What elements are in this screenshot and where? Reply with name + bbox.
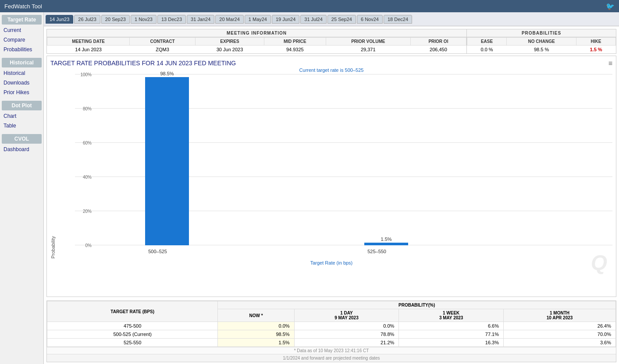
y-tick-80: 80% bbox=[75, 106, 92, 111]
sidebar-item-prior-hikes[interactable]: Prior Hikes bbox=[0, 88, 43, 97]
col-prior-volume: PRIOR VOLUME bbox=[326, 38, 410, 46]
tab-19Jun24[interactable]: 19 Jun24 bbox=[272, 15, 299, 24]
content-area: 14 Jun2326 Jul2320 Sep231 Nov2313 Dec233… bbox=[44, 12, 619, 364]
tab-1May24[interactable]: 1 May24 bbox=[245, 15, 271, 24]
y-tick-40: 40% bbox=[75, 175, 92, 180]
col-contract: CONTRACT bbox=[130, 38, 196, 46]
tab-25Sep24[interactable]: 25 Sep24 bbox=[327, 15, 356, 24]
tab-1Nov23[interactable]: 1 Nov23 bbox=[131, 15, 157, 24]
tab-14Jun23[interactable]: 14 Jun23 bbox=[46, 15, 73, 24]
col-ease: EASE bbox=[467, 38, 507, 46]
projected-note: 1/1/2024 and forward are projected meeti… bbox=[47, 354, 616, 362]
cell-rate: 525-550 bbox=[47, 339, 218, 347]
cell-now: 1.5% bbox=[218, 339, 294, 347]
tab-20Sep23[interactable]: 20 Sep23 bbox=[101, 15, 130, 24]
table-row: 475-500 0.0% 0.0% 6.6% 26.4% bbox=[47, 322, 616, 330]
sidebar-item-probabilities[interactable]: Probabilities bbox=[0, 45, 43, 54]
probabilities-header: PROBABILITIES bbox=[467, 29, 616, 37]
cell-now: 98.5% bbox=[218, 330, 294, 339]
cell-expires: 30 Jun 2023 bbox=[196, 46, 264, 54]
y-tick-0: 0% bbox=[75, 243, 92, 248]
y-tick-20: 20% bbox=[75, 209, 92, 214]
cell-1week: 16.3% bbox=[399, 339, 504, 347]
th-1week: 1 WEEK 3 MAY 2023 bbox=[399, 309, 504, 322]
meeting-info-panel: MEETING INFORMATION MEETING DATE CONTRAC… bbox=[47, 29, 467, 53]
top-info-section: MEETING INFORMATION MEETING DATE CONTRAC… bbox=[46, 29, 616, 54]
cell-1day: 78.8% bbox=[294, 330, 399, 339]
cell-1week: 6.6% bbox=[399, 322, 504, 330]
cell-rate: 475-500 bbox=[47, 322, 218, 330]
y-axis-label: Probability bbox=[50, 236, 56, 258]
th-now: NOW * bbox=[218, 309, 294, 322]
sidebar-item-table[interactable]: Table bbox=[0, 121, 43, 131]
col-expires: EXPIRES bbox=[196, 38, 264, 46]
sidebar-item-historical[interactable]: Historical bbox=[0, 68, 43, 78]
sidebar-item-chart[interactable]: Chart bbox=[0, 111, 43, 121]
bar-x-label-2: 525–550 bbox=[367, 249, 386, 254]
x-axis-title: Target Rate (in bps) bbox=[50, 260, 612, 265]
cell-1week: 77.1% bbox=[399, 330, 504, 339]
chart-container: Probability 0% 20% 40% 60% 80% 100% 98.5… bbox=[50, 74, 612, 258]
cell-1day: 21.2% bbox=[294, 339, 399, 347]
cell-rate: 500-525 (Current) bbox=[47, 330, 218, 339]
sidebar-item-current[interactable]: Current bbox=[0, 25, 43, 35]
target-rate-button[interactable]: Target Rate bbox=[2, 15, 42, 25]
cell-now: 0.0% bbox=[218, 322, 294, 330]
table-row: 525-550 1.5% 21.2% 16.3% 3.6% bbox=[47, 339, 616, 347]
cell-nochange: 98.5 % bbox=[507, 46, 576, 54]
probabilities-panel: PROBABILITIES EASE NO CHANGE HIKE 0.0 % bbox=[467, 29, 616, 53]
bar-label-2: 1.5% bbox=[381, 237, 391, 242]
cell-meeting-date: 14 Jun 2023 bbox=[47, 46, 130, 54]
y-tick-60: 60% bbox=[75, 141, 92, 145]
cell-1month: 26.4% bbox=[503, 322, 615, 330]
tab-26Jul23[interactable]: 26 Jul23 bbox=[74, 15, 100, 24]
sidebar: Target Rate Current Compare Probabilitie… bbox=[0, 12, 44, 364]
bar-group-1: 98.5% 500–525 bbox=[145, 71, 189, 245]
cvol-button[interactable]: CVOL bbox=[2, 134, 42, 144]
col-mid-price: MID PRICE bbox=[264, 38, 326, 46]
probabilities-row: 0.0 % 98.5 % 1.5 % bbox=[467, 46, 616, 54]
col-meeting-date: MEETING DATE bbox=[47, 38, 130, 46]
tab-13Dec23[interactable]: 13 Dec23 bbox=[157, 15, 186, 24]
tab-31Jan24[interactable]: 31 Jan24 bbox=[187, 15, 214, 24]
meeting-info-header: MEETING INFORMATION bbox=[47, 29, 466, 37]
sidebar-item-downloads[interactable]: Downloads bbox=[0, 78, 43, 88]
cell-1month: 70.0% bbox=[503, 330, 615, 339]
tab-20Mar24[interactable]: 20 Mar24 bbox=[215, 15, 243, 24]
th-1month: 1 MONTH 10 APR 2023 bbox=[503, 309, 615, 322]
col-nochange: NO CHANGE bbox=[507, 38, 576, 46]
app-title: FedWatch Tool bbox=[4, 3, 42, 10]
chart-title: TARGET RATE PROBABILITIES FOR 14 JUN 202… bbox=[50, 60, 612, 67]
sidebar-item-compare[interactable]: Compare bbox=[0, 35, 43, 45]
cell-contract: ZQM3 bbox=[130, 46, 196, 54]
meeting-info-table: MEETING DATE CONTRACT EXPIRES MID PRICE … bbox=[47, 37, 466, 53]
th-probability: PROBABILITY(%) bbox=[218, 301, 616, 309]
sidebar-item-dashboard[interactable]: Dashboard bbox=[0, 145, 43, 154]
col-prior-oi: PRIOR OI bbox=[410, 38, 466, 46]
y-tick-100: 100% bbox=[75, 72, 92, 77]
tab-31Jul24[interactable]: 31 Jul24 bbox=[300, 15, 327, 24]
main-layout: Target Rate Current Compare Probabilitie… bbox=[0, 12, 619, 364]
app: FedWatch Tool 🐦 Target Rate Current Comp… bbox=[0, 0, 619, 364]
chart-menu-icon[interactable]: ≡ bbox=[608, 60, 612, 67]
footer-note: * Data as of 10 May 2023 12:41:16 CT bbox=[47, 347, 616, 354]
th-target-rate: TARGET RATE (BPS) bbox=[47, 301, 218, 322]
tab-18Dec24[interactable]: 18 Dec24 bbox=[384, 15, 412, 24]
cell-prior-oi: 206,450 bbox=[410, 46, 466, 54]
titlebar: FedWatch Tool 🐦 bbox=[0, 0, 619, 12]
tab-bar: 14 Jun2326 Jul2320 Sep231 Nov2313 Dec233… bbox=[44, 12, 619, 26]
historical-button[interactable]: Historical bbox=[2, 58, 42, 67]
th-1day: 1 DAY 9 MAY 2023 bbox=[294, 309, 399, 322]
cell-ease: 0.0 % bbox=[467, 46, 507, 54]
meeting-info-row: 14 Jun 2023 ZQM3 30 Jun 2023 94.9325 29,… bbox=[47, 46, 466, 54]
cell-mid-price: 94.9325 bbox=[264, 46, 326, 54]
dot-plot-button[interactable]: Dot Plot bbox=[2, 101, 42, 110]
probability-table: TARGET RATE (BPS) PROBABILITY(%) NOW * 1… bbox=[47, 301, 616, 347]
col-hike: HIKE bbox=[576, 38, 616, 46]
bar-2 bbox=[364, 243, 408, 245]
bar-x-label-1: 500–525 bbox=[148, 249, 167, 254]
bar-label-1: 98.5% bbox=[160, 71, 174, 76]
twitter-icon: 🐦 bbox=[606, 2, 615, 11]
tab-6Nov24[interactable]: 6 Nov24 bbox=[357, 15, 383, 24]
cell-1day: 0.0% bbox=[294, 322, 399, 330]
